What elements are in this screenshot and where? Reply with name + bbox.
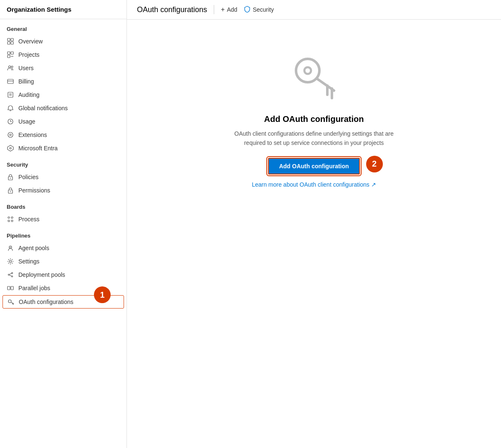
svg-rect-0 <box>8 38 10 41</box>
main-body: Add OAuth configuration OAuth client con… <box>127 20 501 448</box>
section-general: General <box>0 19 127 35</box>
plus-icon: + <box>221 6 225 13</box>
sidebar-item-policies[interactable]: Policies <box>0 170 127 184</box>
agent-pools-label: Agent pools <box>18 245 120 251</box>
sidebar-title: Organization Settings <box>0 0 127 19</box>
policies-label: Policies <box>18 174 120 180</box>
add-action[interactable]: + Add <box>221 6 237 13</box>
policies-lock-icon <box>7 173 14 181</box>
svg-point-31 <box>8 274 10 276</box>
billing-icon <box>7 78 14 85</box>
gear-icon <box>7 258 14 265</box>
sidebar-item-process[interactable]: Process <box>0 213 127 226</box>
bell-icon <box>7 104 14 112</box>
svg-rect-12 <box>8 92 13 97</box>
users-label: Users <box>18 65 120 71</box>
svg-rect-3 <box>11 42 13 44</box>
projects-icon <box>7 51 14 58</box>
svg-point-25 <box>11 217 13 218</box>
process-icon <box>7 215 14 223</box>
add-oauth-button[interactable]: Add OAuth configuration <box>268 158 359 175</box>
svg-point-21 <box>10 178 11 179</box>
svg-marker-18 <box>8 145 13 151</box>
sidebar-item-deployment-pools[interactable]: Deployment pools <box>0 268 127 281</box>
svg-point-29 <box>10 247 11 248</box>
learn-more-link[interactable]: Learn more about OAuth client configurat… <box>252 181 376 188</box>
sidebar-item-billing[interactable]: Billing <box>0 75 127 88</box>
learn-more-label: Learn more about OAuth client configurat… <box>252 181 369 188</box>
sidebar-item-permissions[interactable]: Permissions <box>0 184 127 197</box>
deploy-icon <box>7 271 14 278</box>
svg-rect-10 <box>8 79 13 84</box>
projects-label: Projects <box>18 51 120 58</box>
sidebar-item-users[interactable]: Users <box>0 61 127 75</box>
parallel-jobs-label: Parallel jobs <box>18 285 120 291</box>
key-icon <box>7 298 15 306</box>
svg-point-8 <box>9 66 11 68</box>
auditing-label: Auditing <box>18 91 120 98</box>
svg-point-23 <box>10 191 11 192</box>
main-content: OAuth configurations + Add Security <box>127 0 501 448</box>
header-divider <box>214 5 214 14</box>
deployment-pools-label: Deployment pools <box>18 271 120 278</box>
sidebar-item-projects[interactable]: Projects <box>0 48 127 61</box>
add-label: Add <box>227 6 237 13</box>
sidebar-item-oauth-configurations[interactable]: OAuth configurations <box>3 295 124 309</box>
sidebar-item-extensions[interactable]: Extensions <box>0 128 127 142</box>
svg-line-35 <box>10 275 12 276</box>
svg-point-43 <box>304 67 311 74</box>
grid-icon <box>7 38 14 45</box>
sidebar: Organization Settings General Overview P… <box>0 0 127 448</box>
empty-state-title: Add OAuth configuration <box>264 114 364 124</box>
parallel-icon <box>7 284 14 292</box>
svg-point-42 <box>296 59 319 82</box>
section-boards: Boards <box>0 197 127 213</box>
extensions-icon <box>7 131 14 139</box>
svg-rect-37 <box>11 286 13 290</box>
security-label: Security <box>253 6 274 13</box>
sidebar-item-overview[interactable]: Overview <box>0 35 127 48</box>
svg-rect-2 <box>8 42 10 44</box>
billing-label: Billing <box>18 78 120 85</box>
empty-state-desc: OAuth client configurations define under… <box>230 129 397 148</box>
empty-state-icon <box>289 53 339 104</box>
svg-line-34 <box>10 273 12 274</box>
page-title: OAuth configurations <box>137 5 207 14</box>
add-button-container: Add OAuth configuration 2 <box>268 158 359 181</box>
security-action[interactable]: Security <box>244 6 274 14</box>
microsoft-entra-label: Microsoft Entra <box>18 145 120 152</box>
svg-point-32 <box>12 273 13 274</box>
shield-icon <box>244 6 250 14</box>
svg-point-16 <box>8 132 13 137</box>
users-icon <box>7 64 14 72</box>
section-security: Security <box>0 155 127 170</box>
svg-rect-4 <box>8 52 10 54</box>
extensions-label: Extensions <box>18 132 120 138</box>
sidebar-item-agent-pools[interactable]: Agent pools <box>0 241 127 255</box>
oauth-configurations-label: OAuth configurations <box>19 299 119 305</box>
svg-point-27 <box>11 220 13 222</box>
usage-label: Usage <box>18 118 120 125</box>
permissions-lock-icon <box>7 187 14 194</box>
sidebar-item-usage[interactable]: Usage <box>0 115 127 128</box>
sidebar-item-settings[interactable]: Settings <box>0 255 127 268</box>
sidebar-item-microsoft-entra[interactable]: Microsoft Entra <box>0 142 127 155</box>
settings-label: Settings <box>18 258 120 265</box>
svg-point-26 <box>8 220 10 222</box>
sidebar-item-global-notifications[interactable]: Global notifications <box>0 101 127 115</box>
svg-point-38 <box>8 300 11 303</box>
sidebar-item-parallel-jobs[interactable]: Parallel jobs <box>0 281 127 295</box>
entra-icon <box>7 144 14 152</box>
sidebar-item-auditing[interactable]: Auditing <box>0 88 127 101</box>
main-header: OAuth configurations + Add Security <box>127 0 501 20</box>
badge-2: 2 <box>366 156 383 172</box>
svg-rect-36 <box>8 286 10 290</box>
svg-rect-6 <box>8 55 10 58</box>
agent-icon <box>7 244 14 252</box>
svg-rect-1 <box>11 38 13 41</box>
svg-point-17 <box>10 134 11 136</box>
overview-label: Overview <box>18 38 120 45</box>
svg-point-33 <box>12 276 13 277</box>
process-label: Process <box>18 216 120 223</box>
svg-point-24 <box>8 217 10 218</box>
